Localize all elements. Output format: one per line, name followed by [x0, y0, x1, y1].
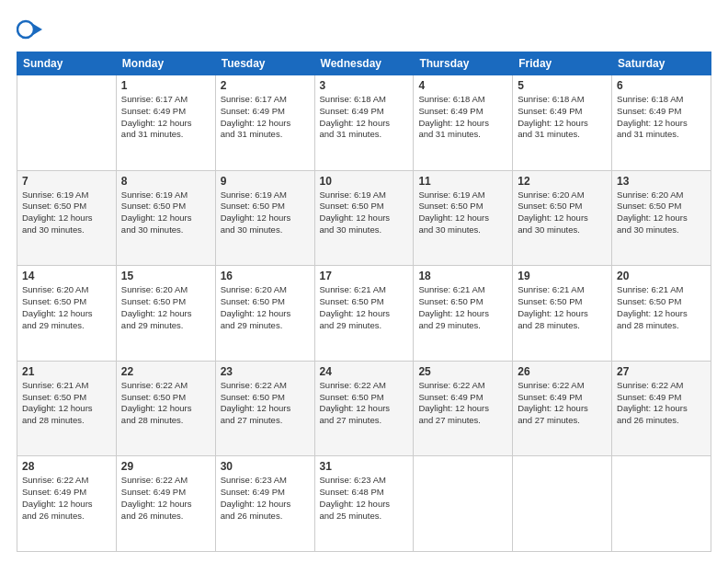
day-info: Sunrise: 6:19 AM Sunset: 6:50 PM Dayligh…	[121, 190, 210, 236]
day-number: 14	[22, 270, 111, 282]
calendar-cell: 10Sunrise: 6:19 AM Sunset: 6:50 PM Dayli…	[314, 170, 414, 266]
week-row-3: 14Sunrise: 6:20 AM Sunset: 6:50 PM Dayli…	[17, 266, 711, 362]
day-number: 9	[221, 175, 310, 188]
calendar-cell: 3Sunrise: 6:18 AM Sunset: 6:49 PM Daylig…	[314, 75, 414, 171]
day-info: Sunrise: 6:20 AM Sunset: 6:50 PM Dayligh…	[221, 284, 310, 331]
day-number: 4	[418, 79, 507, 92]
calendar-cell: 16Sunrise: 6:20 AM Sunset: 6:50 PM Dayli…	[215, 266, 314, 362]
day-info: Sunrise: 6:17 AM Sunset: 6:49 PM Dayligh…	[221, 94, 310, 141]
day-info: Sunrise: 6:19 AM Sunset: 6:50 PM Dayligh…	[418, 190, 507, 236]
day-info: Sunrise: 6:23 AM Sunset: 6:49 PM Dayligh…	[221, 475, 310, 522]
calendar-cell: 4Sunrise: 6:18 AM Sunset: 6:49 PM Daylig…	[414, 75, 513, 171]
day-info: Sunrise: 6:22 AM Sunset: 6:50 PM Dayligh…	[121, 380, 210, 427]
day-info: Sunrise: 6:19 AM Sunset: 6:50 PM Dayligh…	[22, 190, 111, 236]
day-info: Sunrise: 6:20 AM Sunset: 6:50 PM Dayligh…	[518, 190, 607, 236]
page: SundayMondayTuesdayWednesdayThursdayFrid…	[0, 0, 728, 563]
weekday-saturday: Saturday	[612, 52, 711, 75]
day-info: Sunrise: 6:22 AM Sunset: 6:50 PM Dayligh…	[320, 380, 409, 427]
calendar-cell: 1Sunrise: 6:17 AM Sunset: 6:49 PM Daylig…	[116, 75, 215, 171]
day-number: 28	[22, 460, 111, 473]
calendar-cell: 6Sunrise: 6:18 AM Sunset: 6:49 PM Daylig…	[612, 75, 711, 171]
day-number: 17	[320, 270, 409, 282]
weekday-monday: Monday	[116, 52, 215, 75]
day-info: Sunrise: 6:18 AM Sunset: 6:49 PM Dayligh…	[518, 94, 607, 141]
weekday-thursday: Thursday	[414, 52, 513, 75]
day-info: Sunrise: 6:19 AM Sunset: 6:50 PM Dayligh…	[221, 190, 310, 236]
calendar-cell	[17, 75, 117, 171]
day-number: 1	[121, 79, 210, 92]
calendar-cell: 14Sunrise: 6:20 AM Sunset: 6:50 PM Dayli…	[17, 266, 117, 362]
weekday-wednesday: Wednesday	[314, 52, 414, 75]
week-row-2: 7Sunrise: 6:19 AM Sunset: 6:50 PM Daylig…	[17, 170, 711, 266]
day-info: Sunrise: 6:22 AM Sunset: 6:50 PM Dayligh…	[221, 380, 310, 427]
day-info: Sunrise: 6:18 AM Sunset: 6:49 PM Dayligh…	[418, 94, 507, 141]
day-number: 3	[320, 79, 409, 92]
day-number: 19	[518, 270, 607, 282]
day-number: 12	[518, 175, 607, 188]
week-row-4: 21Sunrise: 6:21 AM Sunset: 6:50 PM Dayli…	[17, 361, 711, 456]
week-row-5: 28Sunrise: 6:22 AM Sunset: 6:49 PM Dayli…	[17, 456, 711, 552]
calendar-cell: 11Sunrise: 6:19 AM Sunset: 6:50 PM Dayli…	[414, 170, 513, 266]
day-number: 10	[320, 175, 409, 188]
day-info: Sunrise: 6:21 AM Sunset: 6:50 PM Dayligh…	[518, 284, 607, 331]
day-info: Sunrise: 6:23 AM Sunset: 6:48 PM Dayligh…	[320, 475, 409, 522]
calendar-cell: 8Sunrise: 6:19 AM Sunset: 6:50 PM Daylig…	[116, 170, 215, 266]
day-info: Sunrise: 6:21 AM Sunset: 6:50 PM Dayligh…	[22, 380, 111, 427]
calendar-cell: 5Sunrise: 6:18 AM Sunset: 6:49 PM Daylig…	[513, 75, 612, 171]
day-number: 31	[320, 460, 409, 473]
day-number: 5	[518, 79, 607, 92]
day-number: 16	[221, 270, 310, 282]
day-info: Sunrise: 6:20 AM Sunset: 6:50 PM Dayligh…	[617, 190, 706, 236]
day-info: Sunrise: 6:22 AM Sunset: 6:49 PM Dayligh…	[121, 475, 210, 522]
weekday-friday: Friday	[513, 52, 612, 75]
day-number: 8	[121, 175, 210, 188]
logo	[17, 17, 46, 42]
day-number: 27	[617, 365, 706, 378]
day-number: 15	[121, 270, 210, 282]
day-number: 29	[121, 460, 210, 473]
calendar-cell: 13Sunrise: 6:20 AM Sunset: 6:50 PM Dayli…	[612, 170, 711, 266]
calendar-cell: 29Sunrise: 6:22 AM Sunset: 6:49 PM Dayli…	[116, 456, 215, 552]
svg-point-0	[17, 21, 34, 38]
day-number: 2	[221, 79, 310, 92]
calendar-table: SundayMondayTuesdayWednesdayThursdayFrid…	[17, 52, 711, 552]
header	[17, 17, 711, 42]
calendar-cell: 22Sunrise: 6:22 AM Sunset: 6:50 PM Dayli…	[116, 361, 215, 456]
calendar-cell: 15Sunrise: 6:20 AM Sunset: 6:50 PM Dayli…	[116, 266, 215, 362]
calendar-cell: 30Sunrise: 6:23 AM Sunset: 6:49 PM Dayli…	[215, 456, 314, 552]
calendar-cell	[513, 456, 612, 552]
day-info: Sunrise: 6:17 AM Sunset: 6:49 PM Dayligh…	[121, 94, 210, 141]
day-info: Sunrise: 6:18 AM Sunset: 6:49 PM Dayligh…	[320, 94, 409, 141]
calendar-cell: 28Sunrise: 6:22 AM Sunset: 6:49 PM Dayli…	[17, 456, 117, 552]
calendar-cell: 12Sunrise: 6:20 AM Sunset: 6:50 PM Dayli…	[513, 170, 612, 266]
calendar-cell: 17Sunrise: 6:21 AM Sunset: 6:50 PM Dayli…	[314, 266, 414, 362]
day-info: Sunrise: 6:20 AM Sunset: 6:50 PM Dayligh…	[22, 284, 111, 331]
calendar-cell: 26Sunrise: 6:22 AM Sunset: 6:49 PM Dayli…	[513, 361, 612, 456]
logo-icon	[17, 17, 42, 42]
day-number: 24	[320, 365, 409, 378]
day-number: 18	[418, 270, 507, 282]
calendar-cell: 31Sunrise: 6:23 AM Sunset: 6:48 PM Dayli…	[314, 456, 414, 552]
day-info: Sunrise: 6:22 AM Sunset: 6:49 PM Dayligh…	[22, 475, 111, 522]
day-info: Sunrise: 6:20 AM Sunset: 6:50 PM Dayligh…	[121, 284, 210, 331]
day-number: 13	[617, 175, 706, 188]
weekday-header-row: SundayMondayTuesdayWednesdayThursdayFrid…	[17, 52, 711, 75]
day-number: 23	[221, 365, 310, 378]
svg-marker-1	[33, 24, 42, 35]
day-number: 26	[518, 365, 607, 378]
day-info: Sunrise: 6:22 AM Sunset: 6:49 PM Dayligh…	[518, 380, 607, 427]
calendar-cell: 19Sunrise: 6:21 AM Sunset: 6:50 PM Dayli…	[513, 266, 612, 362]
day-number: 20	[617, 270, 706, 282]
day-number: 7	[22, 175, 111, 188]
day-info: Sunrise: 6:21 AM Sunset: 6:50 PM Dayligh…	[320, 284, 409, 331]
day-number: 30	[221, 460, 310, 473]
calendar-cell: 20Sunrise: 6:21 AM Sunset: 6:50 PM Dayli…	[612, 266, 711, 362]
day-number: 6	[617, 79, 706, 92]
calendar-cell	[414, 456, 513, 552]
week-row-1: 1Sunrise: 6:17 AM Sunset: 6:49 PM Daylig…	[17, 75, 711, 171]
calendar-cell: 21Sunrise: 6:21 AM Sunset: 6:50 PM Dayli…	[17, 361, 117, 456]
day-info: Sunrise: 6:18 AM Sunset: 6:49 PM Dayligh…	[617, 94, 706, 141]
weekday-tuesday: Tuesday	[215, 52, 314, 75]
calendar-cell: 2Sunrise: 6:17 AM Sunset: 6:49 PM Daylig…	[215, 75, 314, 171]
calendar-cell	[612, 456, 711, 552]
